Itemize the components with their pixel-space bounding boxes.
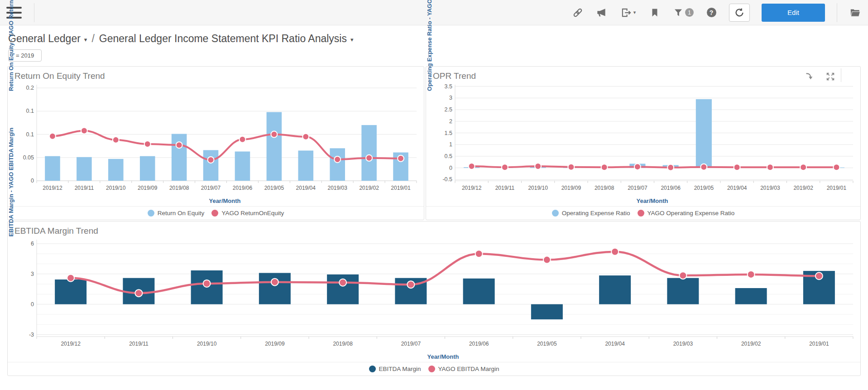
breadcrumb-separator: / bbox=[91, 33, 94, 45]
svg-text:2019/11: 2019/11 bbox=[495, 185, 515, 191]
svg-text:2019/06: 2019/06 bbox=[233, 185, 253, 191]
svg-text:0.05: 0.05 bbox=[23, 154, 34, 161]
ebitda-chart-canvas[interactable]: 630-32019/122019/112019/102019/092019/08… bbox=[19, 237, 857, 349]
svg-text:2019/07: 2019/07 bbox=[201, 185, 221, 191]
breadcrumb-dashboard-label: General Ledger Income Statement KPI Rati… bbox=[99, 33, 347, 45]
announcement-icon[interactable] bbox=[595, 7, 607, 19]
filter-funnel-icon bbox=[672, 7, 684, 19]
help-icon[interactable]: ? bbox=[705, 7, 717, 19]
widget-return-on-equity-trend: Return On Equity Trend Return On Equity … bbox=[7, 66, 424, 220]
legend-item-yago-operating-expense-ratio[interactable]: YAGO Operating Expense Ratio bbox=[638, 210, 735, 217]
chart-legend: Operating Expense Ratio YAGO Operating E… bbox=[426, 206, 860, 220]
legend-item-ebitda-margin[interactable]: EBITDA Margin bbox=[369, 366, 421, 372]
widget-title: OPR Trend bbox=[433, 71, 476, 81]
svg-text:2019/09: 2019/09 bbox=[138, 185, 158, 191]
svg-text:0.5: 0.5 bbox=[445, 153, 452, 159]
svg-text:2019/08: 2019/08 bbox=[333, 341, 353, 347]
widget-title: Return On Equity Trend bbox=[14, 71, 105, 81]
legend-swatch bbox=[148, 210, 154, 217]
legend-swatch bbox=[369, 366, 376, 372]
legend-item-yago-ebitda-margin[interactable]: YAGO EBITDA Margin bbox=[428, 366, 499, 372]
svg-text:2019/09: 2019/09 bbox=[561, 185, 581, 191]
dashboard: Return On Equity Trend Return On Equity … bbox=[0, 66, 868, 376]
edit-button[interactable]: Edit bbox=[762, 4, 825, 22]
breadcrumb-group-label: General Ledger bbox=[8, 33, 81, 45]
svg-text:2019/04: 2019/04 bbox=[605, 341, 625, 347]
legend-item-operating-expense-ratio[interactable]: Operating Expense Ratio bbox=[552, 210, 630, 217]
svg-text:2019/07: 2019/07 bbox=[628, 185, 647, 191]
share-link-icon[interactable] bbox=[572, 7, 584, 19]
legend-swatch bbox=[552, 210, 559, 217]
caret-down-icon: ▾ bbox=[84, 34, 87, 43]
svg-text:2019/11: 2019/11 bbox=[129, 341, 149, 347]
filter-control[interactable]: 1 bbox=[672, 7, 694, 19]
widget-ebitda-margin-trend: EBTIDA Margin Trend EBITDA Margin - YAGO… bbox=[7, 221, 861, 376]
svg-text:2019/08: 2019/08 bbox=[169, 185, 189, 191]
x-axis-title: Year/Month bbox=[444, 197, 860, 204]
svg-text:2019/02: 2019/02 bbox=[741, 341, 761, 347]
svg-text:2019/01: 2019/01 bbox=[391, 185, 411, 191]
refresh-button[interactable] bbox=[729, 4, 750, 22]
svg-text:2019/10: 2019/10 bbox=[528, 185, 548, 191]
roe-chart-canvas[interactable]: 0.20.10.10.0502019/122019/112019/102019/… bbox=[19, 82, 420, 193]
caret-down-icon: ▾ bbox=[350, 34, 354, 43]
svg-text:-0.5: -0.5 bbox=[442, 176, 452, 183]
chart-legend: EBITDA Margin YAGO EBITDA Margin bbox=[8, 362, 860, 376]
svg-text:2019/05: 2019/05 bbox=[694, 185, 714, 191]
svg-text:2019/12: 2019/12 bbox=[43, 185, 62, 191]
svg-text:2019/12: 2019/12 bbox=[61, 341, 81, 347]
legend-swatch bbox=[211, 210, 218, 217]
svg-text:2019/03: 2019/03 bbox=[328, 185, 348, 191]
svg-text:3: 3 bbox=[449, 95, 452, 101]
x-axis-title: Year/Month bbox=[26, 353, 860, 360]
svg-text:2019/12: 2019/12 bbox=[462, 185, 482, 191]
svg-text:0.1: 0.1 bbox=[26, 108, 34, 114]
svg-text:2019/03: 2019/03 bbox=[760, 185, 780, 191]
legend-swatch bbox=[638, 210, 644, 217]
legend-item-return-on-equity[interactable]: Return On Equity bbox=[148, 210, 205, 217]
svg-text:2019/03: 2019/03 bbox=[673, 341, 693, 347]
breadcrumb-group-dropdown[interactable]: General Ledger ▾ bbox=[8, 33, 87, 45]
toolbar-divider bbox=[837, 3, 837, 22]
svg-text:0: 0 bbox=[449, 165, 452, 171]
svg-text:3.5: 3.5 bbox=[445, 83, 452, 90]
folder-icon[interactable] bbox=[849, 7, 861, 19]
svg-text:2019/02: 2019/02 bbox=[793, 185, 813, 191]
legend-swatch bbox=[428, 366, 435, 372]
svg-text:3: 3 bbox=[31, 271, 34, 277]
legend-item-yago-returnonequity[interactable]: YAGO ReturnOnEquity bbox=[211, 210, 284, 217]
svg-text:-3: -3 bbox=[29, 332, 34, 338]
svg-text:2019/08: 2019/08 bbox=[595, 185, 614, 191]
svg-text:2019/07: 2019/07 bbox=[401, 341, 421, 347]
svg-text:0: 0 bbox=[31, 301, 34, 308]
export-icon[interactable]: ▾ bbox=[619, 7, 637, 19]
svg-text:2019/04: 2019/04 bbox=[727, 185, 747, 191]
bookmark-icon[interactable] bbox=[649, 7, 661, 19]
svg-text:2019/06: 2019/06 bbox=[469, 341, 489, 347]
x-axis-title: Year/Month bbox=[26, 197, 424, 204]
svg-text:2019/02: 2019/02 bbox=[359, 185, 379, 191]
svg-text:2019/11: 2019/11 bbox=[75, 185, 94, 191]
y-axis-title: Return On Equity - YAGO ReturnOnEquity bbox=[10, 83, 18, 91]
svg-text:2019/10: 2019/10 bbox=[106, 185, 126, 191]
svg-text:2019/09: 2019/09 bbox=[265, 341, 285, 347]
widget-opr-trend: OPR Trend bbox=[426, 66, 861, 220]
svg-text:2019/05: 2019/05 bbox=[537, 341, 557, 347]
drill-down-icon[interactable] bbox=[804, 71, 815, 82]
y-axis-title: Operating Expense Ratio - YAGO Operating… bbox=[428, 83, 436, 91]
expand-fullscreen-icon[interactable] bbox=[825, 71, 836, 82]
breadcrumb-dashboard-dropdown[interactable]: General Ledger Income Statement KPI Rati… bbox=[99, 33, 354, 45]
svg-text:2: 2 bbox=[449, 118, 452, 125]
svg-text:1.5: 1.5 bbox=[445, 130, 452, 136]
svg-text:2019/06: 2019/06 bbox=[661, 185, 681, 191]
widget-title: EBTIDA Margin Trend bbox=[14, 226, 98, 236]
svg-text:2.5: 2.5 bbox=[445, 106, 452, 113]
svg-text:6: 6 bbox=[31, 241, 34, 247]
opr-chart-canvas[interactable]: 3.532.521.510.50-0.52019/122019/112019/1… bbox=[437, 82, 857, 193]
svg-text:0: 0 bbox=[31, 178, 34, 184]
svg-text:2019/04: 2019/04 bbox=[296, 185, 316, 191]
caret-down-icon: ▾ bbox=[633, 10, 636, 15]
svg-text:0.2: 0.2 bbox=[26, 85, 34, 91]
svg-text:2019/01: 2019/01 bbox=[809, 341, 829, 347]
widget-header-divider bbox=[841, 68, 841, 82]
